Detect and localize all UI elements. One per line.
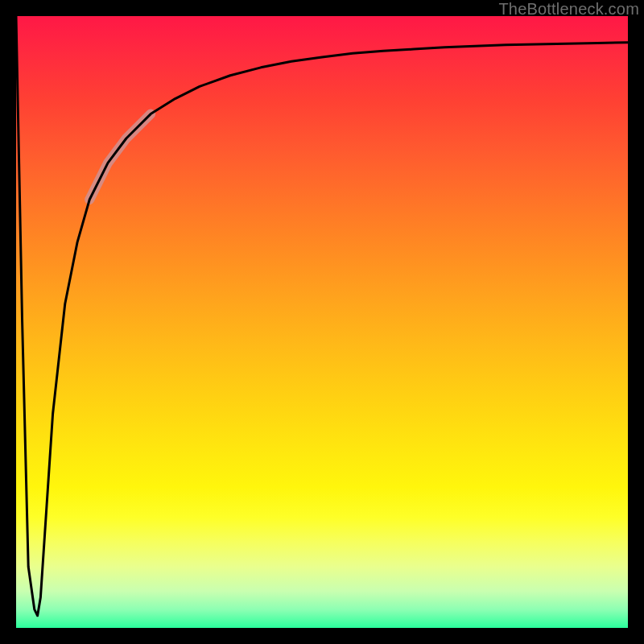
attribution-label: TheBottleneck.com (498, 0, 639, 19)
chart-svg (16, 16, 628, 628)
highlight-segment (89, 114, 151, 200)
curve-path (16, 16, 628, 616)
chart-plot-area (16, 16, 628, 628)
chart-frame: TheBottleneck.com (0, 0, 644, 644)
